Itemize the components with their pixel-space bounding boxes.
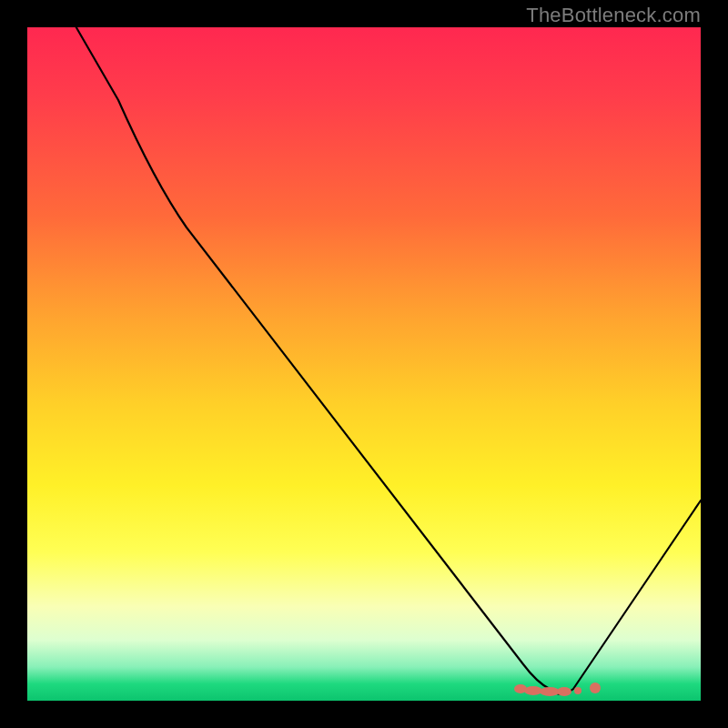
minimum-marker-cluster [514, 682, 601, 696]
marker-dot [574, 687, 581, 694]
marker-dot [557, 687, 571, 696]
chart-frame: TheBottleneck.com [0, 0, 728, 728]
marker-dot [524, 686, 542, 695]
watermark-text: TheBottleneck.com [526, 4, 701, 27]
bottleneck-gradient-plot [27, 27, 701, 701]
marker-dot [540, 687, 560, 696]
bottleneck-curve [71, 18, 701, 694]
curve-layer [27, 27, 701, 701]
marker-dot [590, 682, 601, 693]
